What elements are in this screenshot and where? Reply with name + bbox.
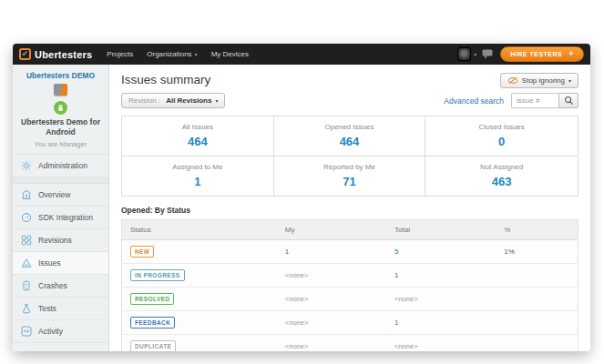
stat-label: All Issues: [122, 123, 273, 131]
total-count: <none>: [394, 342, 417, 350]
table-row: FEEDBACK <none> 1: [122, 311, 578, 335]
status-table: Status My Total % NEW 1 5 1%: [121, 219, 578, 351]
eye-slash-icon: [507, 76, 518, 85]
table-row: DUPLICATE <none> <none>: [122, 335, 578, 352]
user-role-text: You are Manager: [17, 140, 104, 148]
my-count: <none>: [285, 342, 308, 350]
warning-triangle-icon: [21, 258, 32, 268]
navbar-menu: Projects Organizations▾ My Devices: [107, 50, 249, 58]
sidebar-item-sdk-integration[interactable]: SDK Integration: [13, 207, 108, 229]
sidebar-item-issues[interactable]: Issues: [13, 252, 108, 275]
app-window: ✔ Ubertesters Projects Organizations▾ My…: [13, 44, 590, 351]
gear-icon: [21, 160, 32, 171]
sidebar-nav: Administration Overview SDK Integration …: [13, 155, 108, 343]
my-count-link[interactable]: 1: [285, 248, 289, 256]
hire-testers-button[interactable]: HIRE TESTERS +: [500, 46, 584, 62]
sidebar-item-label: Tests: [38, 304, 56, 313]
user-avatar[interactable]: [457, 47, 471, 61]
stat-value[interactable]: 464: [274, 135, 425, 148]
stat-closed-issues: Closed Issues 0: [425, 116, 578, 157]
status-badge: DUPLICATE: [130, 340, 176, 351]
revision-dropdown[interactable]: Revision : All Revisions ▾: [121, 93, 225, 108]
app-thumbnail-icon: [54, 84, 67, 96]
sidebar-item-label: SDK Integration: [38, 213, 93, 222]
sidebar-item-label: Overview: [38, 190, 70, 199]
sidebar-item-label: Revisions: [38, 236, 72, 245]
stat-not-assigned: Not Assigned 463: [425, 157, 578, 196]
organization-link[interactable]: Ubertesters DEMO: [17, 71, 104, 80]
stat-reported-by-me: Reported by Me 71: [274, 157, 426, 196]
my-count: <none>: [285, 295, 308, 303]
plus-icon: +: [568, 50, 574, 58]
table-row: IN PROGRESS <none> 1: [122, 264, 578, 288]
nav-item-projects[interactable]: Projects: [107, 50, 133, 58]
total-count-link[interactable]: 1: [394, 318, 398, 327]
sidebar: Ubertesters DEMO Ubertesters Demo for An…: [13, 65, 109, 351]
issue-stats-grid: All Issues 464 Opened Issues 464 Closed …: [121, 116, 578, 197]
sidebar-item-administration[interactable]: Administration: [13, 155, 108, 177]
total-count-link[interactable]: 5: [394, 248, 398, 256]
sidebar-item-overview[interactable]: Overview: [13, 184, 108, 207]
flask-icon: [21, 303, 32, 314]
project-name: Ubertesters Demo for Android: [17, 117, 104, 138]
sidebar-item-revisions[interactable]: Revisions: [13, 229, 108, 252]
total-count: <none>: [394, 295, 417, 303]
gauge-icon: [21, 212, 32, 223]
status-badge: FEEDBACK: [130, 317, 175, 329]
percent-value: 1%: [504, 248, 515, 256]
sidebar-item-tests[interactable]: Tests: [13, 298, 108, 320]
sidebar-item-label: Activity: [38, 327, 63, 336]
stat-value[interactable]: 71: [274, 175, 425, 188]
chat-bubble-icon[interactable]: [482, 49, 493, 59]
sidebar-item-label: Administration: [38, 161, 87, 170]
my-count: <none>: [285, 318, 308, 327]
sidebar-item-activity[interactable]: Activity: [13, 320, 108, 343]
brand-name[interactable]: Ubertesters: [35, 49, 92, 60]
issue-number-input[interactable]: [511, 93, 558, 108]
main-content: Issues summary Stop ignoring ▾ Revision …: [109, 65, 590, 351]
revision-label: Revision :: [128, 96, 160, 105]
table-row: NEW 1 5 1%: [122, 240, 578, 264]
grid-icon: [21, 235, 32, 246]
section-title: Opened: By Status: [121, 206, 578, 215]
screenshot-stage: ✔ Ubertesters Projects Organizations▾ My…: [0, 0, 604, 364]
table-row: RESOLVED <none> <none>: [122, 288, 578, 311]
sidebar-divider: [13, 177, 108, 184]
chevron-down-icon: ▾: [568, 77, 571, 84]
stop-ignoring-button[interactable]: Stop ignoring ▾: [500, 73, 578, 88]
search-icon: [564, 96, 574, 106]
revision-value: All Revisions: [166, 96, 211, 105]
stat-label: Opened Issues: [274, 123, 425, 131]
sidebar-item-crashes[interactable]: Crashes: [13, 275, 108, 298]
stat-label: Closed Issues: [425, 123, 578, 131]
overview-icon: [21, 189, 32, 200]
phone-crash-icon: [21, 280, 32, 291]
stat-value[interactable]: 0: [425, 135, 578, 148]
sidebar-item-label: Issues: [38, 258, 61, 268]
total-count-link[interactable]: 1: [394, 271, 398, 279]
nav-item-organizations[interactable]: Organizations▾: [147, 50, 197, 58]
stat-label: Reported by Me: [274, 163, 425, 171]
top-navbar: ✔ Ubertesters Projects Organizations▾ My…: [13, 44, 590, 65]
stat-label: Not Assigned: [425, 163, 578, 171]
stat-value[interactable]: 1: [122, 175, 273, 188]
android-platform-icon: [54, 101, 67, 115]
stat-all-issues: All Issues 464: [122, 116, 274, 157]
search-button[interactable]: [558, 93, 578, 108]
my-count: <none>: [285, 271, 308, 279]
stat-value[interactable]: 464: [122, 135, 273, 148]
column-header-status: Status: [122, 220, 277, 240]
status-badge: IN PROGRESS: [130, 269, 185, 281]
hire-testers-label: HIRE TESTERS: [510, 51, 562, 57]
column-header-total: Total: [386, 220, 496, 240]
nav-item-my-devices[interactable]: My Devices: [211, 50, 249, 58]
status-badge: RESOLVED: [130, 293, 174, 305]
status-badge: NEW: [130, 246, 154, 258]
chevron-down-icon: ▾: [215, 97, 218, 104]
avatar-chevron-down-icon[interactable]: ▾: [474, 51, 476, 57]
ubertesters-logo-icon[interactable]: ✔: [19, 48, 31, 60]
advanced-search-link[interactable]: Advanced search: [444, 96, 504, 106]
stat-value[interactable]: 463: [425, 175, 578, 188]
stat-assigned-to-me: Assigned to Me 1: [122, 157, 274, 196]
page-title: Issues summary: [121, 73, 210, 86]
